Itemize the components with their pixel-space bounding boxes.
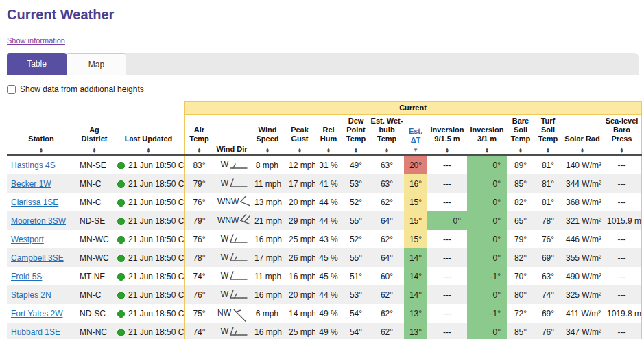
column-header-inv_9[interactable]: Inversion 9/1.5 m▲▼ — [427, 115, 467, 155]
column-header-solar[interactable]: Solar Rad▲▼ — [562, 115, 603, 155]
tab-table[interactable]: Table — [7, 53, 67, 75]
cell-wind-dir: W — [213, 230, 250, 248]
table-row: Hubbard 1SE MN-NC 21 Jun 18:50 CDT 74° W… — [7, 323, 641, 339]
table-row: Hastings 4S MN-SE 21 Jun 18:50 CDT 83° W… — [7, 155, 641, 174]
cell-wind-dir: W — [213, 174, 250, 193]
cell-last-updated: 21 Jun 18:50 CDT — [113, 285, 184, 304]
cell-station: Hubbard 1SE — [7, 323, 75, 339]
station-link[interactable]: Froid 5S — [11, 272, 42, 281]
show-information-link[interactable]: Show information — [7, 36, 65, 45]
wind-barb-icon — [230, 270, 248, 282]
station-link[interactable]: Hubbard 1SE — [11, 327, 60, 337]
wind-barb-icon — [230, 288, 248, 301]
additional-heights-checkbox[interactable] — [7, 85, 16, 94]
cell-station: Froid 5S — [7, 267, 75, 285]
sort-icon[interactable]: ▲▼ — [39, 148, 43, 154]
cell-air-temp: 75° — [184, 304, 213, 323]
page-title: Current Weather — [7, 7, 640, 23]
current-group-header: Current — [184, 102, 641, 115]
column-header-inv_3[interactable]: Inversion 3/1 m▲▼ — [467, 115, 507, 155]
station-link[interactable]: Campbell 3SE — [11, 253, 64, 263]
sort-icon[interactable]: ▲▼ — [385, 148, 389, 154]
station-link[interactable]: Mooreton 3SW — [11, 216, 66, 226]
status-dot — [117, 273, 125, 281]
cell-last-updated: 21 Jun 18:50 CDT — [113, 211, 184, 230]
cell-wind-dir: W — [213, 323, 250, 339]
column-label-district: Ag District — [76, 126, 112, 143]
cell-station: Fort Yates 2W — [7, 304, 75, 323]
status-dot — [117, 292, 125, 299]
status-dot — [117, 329, 125, 336]
wind-barb-icon — [230, 251, 248, 264]
station-link[interactable]: Fort Yates 2W — [11, 309, 63, 318]
column-label-solar: Solar Rad — [562, 135, 602, 143]
wind-barb-icon — [230, 233, 248, 245]
sort-icon[interactable]: ▲▼ — [619, 148, 623, 154]
cell-wind-dir: W — [213, 267, 250, 285]
column-label-wet_bulb: Est. Wet-bulb Temp — [370, 117, 403, 143]
column-header-air_temp[interactable]: Air Temp▲▼ — [184, 115, 213, 155]
status-dot — [117, 218, 125, 225]
cell-last-updated: 21 Jun 18:50 CDT — [113, 230, 184, 248]
cell-district: MN-WC — [75, 248, 113, 267]
sort-icon[interactable]: ▲▼ — [146, 148, 150, 154]
column-label-inv_3: Inversion 3/1 m — [468, 126, 506, 143]
column-header-updated[interactable]: Last Updated▲▼ — [113, 115, 184, 155]
sort-desc-icon[interactable]: ▼ — [413, 148, 418, 153]
column-label-rel_hum: Rel Hum — [315, 126, 342, 143]
group-header-row: Current — [7, 102, 641, 115]
sort-icon[interactable]: ▲▼ — [485, 148, 489, 154]
sort-icon[interactable]: ▲▼ — [326, 148, 331, 154]
sort-icon[interactable]: ▲▼ — [354, 148, 358, 154]
cell-station: Becker 1W — [7, 174, 75, 193]
cell-district: MT-NE — [75, 267, 113, 285]
sort-icon[interactable]: ▲▼ — [298, 148, 302, 154]
table-row: Mooreton 3SW ND-SE 21 Jun 18:50 CDT 79° … — [7, 211, 641, 230]
table-row: Becker 1W MN-C 21 Jun 18:50 CDT 79° W 11… — [7, 174, 641, 193]
cell-district: MN-SE — [75, 155, 113, 174]
sort-icon[interactable]: ▲▼ — [580, 148, 584, 154]
cell-air-temp: 83° — [184, 155, 213, 174]
column-header-wind: Wind Dir — [213, 115, 250, 155]
station-link[interactable]: Becker 1W — [11, 179, 51, 189]
column-label-inv_9: Inversion 9/1.5 m — [428, 126, 466, 143]
wind-barb-icon — [230, 325, 248, 338]
sort-icon[interactable]: ▲▼ — [265, 148, 270, 154]
column-header-dew_point[interactable]: Dew Point Temp▲▼ — [342, 115, 370, 155]
station-link[interactable]: Clarissa 1SE — [11, 198, 58, 207]
tab-map[interactable]: Map — [67, 53, 126, 75]
column-header-bare_soil[interactable]: Bare Soil Temp▲▼ — [507, 115, 534, 155]
table-row: Staples 2N MN-C 21 Jun 18:50 CDT 76° W 1… — [7, 285, 641, 304]
column-header-est_dt[interactable]: Est. ΔT▼ — [404, 115, 427, 155]
column-header-district[interactable]: Ag District▲▼ — [75, 115, 113, 155]
column-header-baro[interactable]: Sea-level Baro Press▲▼ — [603, 115, 641, 155]
cell-district: MN-NC — [75, 323, 113, 339]
sort-icon[interactable]: ▲▼ — [518, 148, 523, 154]
column-header-wind_speed[interactable]: Wind Speed▲▼ — [250, 115, 285, 155]
column-label-bare_soil: Bare Soil Temp — [508, 117, 534, 143]
cell-district: MN-C — [75, 285, 113, 304]
cell-district: ND-SE — [75, 211, 113, 230]
column-header-turf_soil[interactable]: Turf Soil Temp▲▼ — [534, 115, 562, 155]
sort-icon[interactable]: ▲▼ — [445, 148, 449, 154]
station-link[interactable]: Hastings 4S — [11, 161, 56, 170]
additional-heights-checkbox-row[interactable]: Show data from additional heights — [7, 84, 640, 94]
table-row: Fort Yates 2W ND-SC 21 Jun 18:50 CDT 75°… — [7, 304, 641, 323]
column-header-rel_hum[interactable]: Rel Hum▲▼ — [315, 115, 342, 155]
weather-table: Current Station▲▼Ag District▲▼Last Updat… — [7, 101, 642, 339]
column-label-est_dt: Est. ΔT — [405, 127, 427, 145]
sort-icon[interactable]: ▲▼ — [197, 148, 201, 154]
cell-wind-dir: NW — [213, 304, 250, 323]
group-header-spacer — [7, 102, 184, 115]
column-header-wet_bulb[interactable]: Est. Wet-bulb Temp▲▼ — [370, 115, 404, 155]
sort-icon[interactable]: ▲▼ — [92, 148, 96, 154]
wind-barb-icon — [239, 193, 250, 211]
cell-air-temp: 76° — [184, 285, 213, 304]
station-link[interactable]: Westport — [11, 235, 44, 244]
table-row: Clarissa 1SE MN-C 21 Jun 18:50 CDT 76° W… — [7, 193, 641, 211]
cell-district: MN-C — [75, 193, 113, 211]
station-link[interactable]: Staples 2N — [11, 290, 51, 300]
column-header-station[interactable]: Station▲▼ — [7, 115, 75, 155]
sort-icon[interactable]: ▲▼ — [546, 148, 550, 154]
column-header-peak_gust[interactable]: Peak Gust▲▼ — [285, 115, 315, 155]
